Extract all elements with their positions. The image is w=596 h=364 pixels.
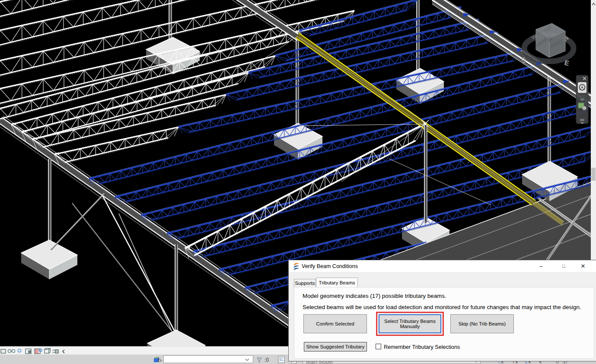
svg-text::0: :0 xyxy=(265,357,269,363)
